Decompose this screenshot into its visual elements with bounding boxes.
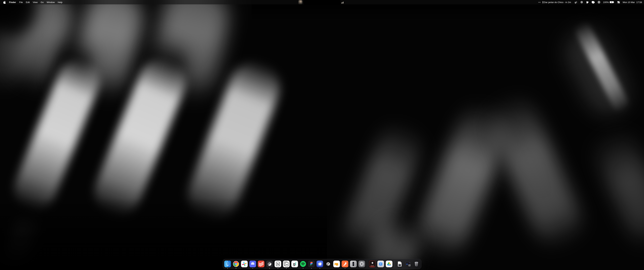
dock-item-chrome[interactable] bbox=[232, 260, 239, 267]
svg-text:g: g bbox=[293, 261, 296, 266]
todoist-icon bbox=[258, 260, 264, 267]
cube-3d-icon bbox=[325, 260, 332, 267]
svg-text:g: g bbox=[575, 1, 576, 4]
chrome-icon bbox=[232, 260, 239, 267]
notch bbox=[304, 0, 340, 5]
trash-icon bbox=[413, 260, 420, 267]
dock-item-notion-calendar[interactable]: 10 bbox=[283, 260, 290, 267]
downloads-stack-thumbnail-icon: 11 bbox=[405, 260, 412, 267]
dock-item-postman[interactable] bbox=[342, 260, 348, 267]
iphone-mirroring-icon bbox=[350, 260, 357, 267]
dock-item-discord[interactable] bbox=[250, 260, 256, 267]
running-indicator bbox=[303, 268, 304, 269]
dock-item-iphone-mirroring[interactable] bbox=[350, 260, 357, 267]
grammarly-cursor-icon: g bbox=[574, 1, 578, 4]
menu-bar-status: ••• Dar jantar do Chico · in 2m g 100% bbox=[537, 0, 644, 4]
display-status-item[interactable] bbox=[590, 0, 596, 4]
menu-app-name[interactable]: Finder bbox=[8, 0, 18, 4]
svg-text:N: N bbox=[277, 262, 279, 266]
onepassword-status-item[interactable] bbox=[596, 0, 602, 4]
running-indicator bbox=[252, 268, 253, 269]
dock-item-trash[interactable] bbox=[413, 260, 420, 267]
dock-item-figma[interactable] bbox=[308, 260, 315, 267]
dock-item-todoist[interactable] bbox=[258, 260, 264, 267]
linear-icon bbox=[266, 260, 273, 267]
menu-edit[interactable]: Edit bbox=[24, 0, 31, 4]
slack-icon bbox=[241, 260, 248, 267]
running-indicator bbox=[227, 268, 228, 269]
desktop: Finder File Edit View Go Window Help •••… bbox=[0, 0, 644, 270]
menu-file[interactable]: File bbox=[18, 0, 24, 4]
running-indicator bbox=[236, 268, 236, 269]
running-indicator bbox=[278, 268, 278, 269]
dock-item-system-settings[interactable] bbox=[358, 260, 365, 267]
dock-item-3d-cube-app[interactable] bbox=[325, 260, 332, 267]
battery-percentage: 100% bbox=[603, 1, 609, 4]
running-indicator bbox=[286, 268, 286, 269]
battery-status-item[interactable]: 100% bbox=[602, 0, 616, 4]
svg-text:11: 11 bbox=[409, 265, 410, 266]
wallpaper-streak bbox=[589, 125, 644, 251]
dock-item-raycast[interactable]: raycast bbox=[369, 260, 376, 267]
pick-shape-icon bbox=[586, 1, 589, 4]
wallpaper-streak bbox=[480, 89, 590, 254]
clock-time: 17:58 bbox=[636, 1, 642, 4]
menu-window[interactable]: Window bbox=[45, 0, 56, 4]
reminder-separator-icon bbox=[543, 1, 543, 3]
apple-menu[interactable] bbox=[2, 0, 8, 4]
running-indicator bbox=[345, 268, 345, 269]
notion-calendar-icon: 10 bbox=[283, 260, 290, 267]
reminder-item[interactable]: Dar jantar do Chico · in 2m bbox=[542, 0, 572, 4]
document-file-icon bbox=[396, 260, 403, 267]
dock-item-overlapping-windows-app[interactable] bbox=[316, 260, 323, 267]
dock-item-finder[interactable] bbox=[224, 260, 231, 267]
onepassword-icon bbox=[598, 1, 600, 4]
dock-item-1password[interactable] bbox=[377, 260, 384, 267]
apple-logo-icon bbox=[3, 1, 6, 4]
dock-item-grammarly[interactable]: g bbox=[291, 260, 298, 267]
dock-item-linear[interactable] bbox=[266, 260, 273, 267]
desktop-wallpaper bbox=[0, 0, 644, 270]
raycast-icon: raycast bbox=[369, 260, 376, 267]
now-playing-equalizer-icon[interactable] bbox=[342, 1, 344, 4]
menu-bar-clock[interactable]: Mon 10 Mar 17:58 bbox=[621, 0, 643, 4]
menu-view[interactable]: View bbox=[31, 0, 39, 4]
spotify-icon bbox=[300, 260, 306, 267]
grammarly-icon: g bbox=[291, 260, 298, 267]
overflow-ellipsis[interactable]: ••• bbox=[537, 0, 542, 4]
dock-item-spotify[interactable] bbox=[300, 260, 306, 267]
overlapping-windows-icon bbox=[316, 260, 323, 267]
finder-icon bbox=[224, 260, 231, 267]
svg-text:raycast: raycast bbox=[370, 265, 374, 266]
dock-item-postico[interactable] bbox=[333, 260, 340, 267]
menu-go[interactable]: Go bbox=[39, 0, 45, 4]
discord-icon bbox=[250, 260, 256, 267]
dock-item-slack[interactable] bbox=[241, 260, 248, 267]
gear-status-item[interactable] bbox=[579, 0, 584, 4]
dock-item-document-file[interactable] bbox=[396, 260, 403, 267]
running-indicator bbox=[269, 268, 270, 269]
pick-status-item[interactable] bbox=[584, 0, 590, 4]
gear-flower-icon bbox=[580, 1, 583, 4]
reminder-text: Dar jantar do Chico · in 2m bbox=[544, 1, 571, 4]
running-indicator bbox=[320, 268, 320, 269]
control-center-item[interactable] bbox=[616, 0, 621, 4]
menu-bar-left: Finder File Edit View Go Window Help bbox=[0, 0, 64, 4]
1password-icon bbox=[377, 260, 384, 267]
menu-help[interactable]: Help bbox=[56, 0, 64, 4]
dock-item-notion[interactable]: N bbox=[274, 260, 281, 267]
dock-item-google-drive[interactable] bbox=[386, 260, 392, 267]
battery-icon bbox=[610, 1, 614, 3]
postico-elephant-icon bbox=[333, 260, 340, 267]
clock-date: Mon 10 Mar bbox=[623, 1, 635, 4]
dock: N 10 g bbox=[222, 259, 422, 269]
grammarly-status-item[interactable]: g bbox=[573, 0, 579, 4]
figma-icon bbox=[308, 260, 315, 267]
postman-icon bbox=[342, 260, 348, 267]
display-mirroring-icon bbox=[592, 1, 595, 4]
now-playing-album-art[interactable] bbox=[298, 0, 302, 4]
control-center-icon bbox=[617, 1, 620, 3]
notion-icon: N bbox=[274, 260, 281, 267]
dock-item-downloads-stack[interactable]: 11 bbox=[405, 260, 412, 267]
running-indicator bbox=[311, 268, 312, 269]
